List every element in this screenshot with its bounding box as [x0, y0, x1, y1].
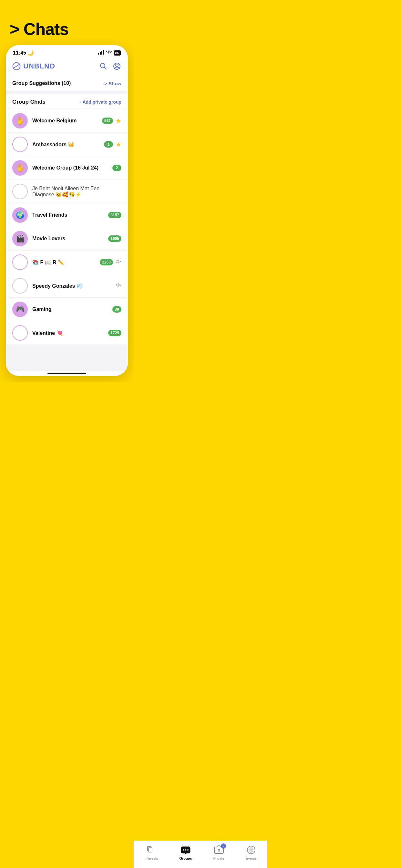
chat-right: 1729 [108, 330, 121, 336]
chat-name: Ambassadors 👑 [32, 142, 99, 148]
chat-right [116, 282, 121, 290]
chat-item[interactable]: 🎮 Gaming 39 [6, 298, 128, 321]
search-button[interactable] [99, 62, 108, 71]
unread-badge: 1729 [108, 330, 121, 336]
chat-item[interactable]: Valentine 💘 1729 [6, 321, 128, 345]
svg-rect-0 [98, 53, 99, 55]
title-prefix: > [10, 20, 24, 38]
chat-avatar: 🖐 [12, 160, 28, 176]
chat-right: 1 ★ [104, 141, 121, 148]
main-content: Group Suggestions (10) > Show Group Chat… [6, 75, 128, 371]
chat-avatar: 🎬 [12, 231, 28, 246]
chat-item[interactable]: Je Bent Nooit Alleen Met Een Diagnose 🐱🥰… [6, 180, 128, 204]
status-bar: 11:45 🌙 86 [6, 45, 128, 58]
page-title: > Chats [10, 20, 124, 39]
chat-avatar [12, 325, 28, 341]
svg-line-8 [104, 67, 106, 69]
chat-name: Je Bent Nooit Alleen Met Een Diagnose 🐱🥰… [32, 186, 121, 197]
svg-rect-3 [103, 50, 104, 55]
chat-list: 🖐 Welcome Belgium 567 ★ Ambassadors 👑 1 … [6, 109, 128, 345]
chat-avatar [12, 254, 28, 270]
chat-item[interactable]: 🌍 Travel Friends 3157 [6, 204, 128, 227]
header-actions [99, 62, 121, 71]
chat-item[interactable]: Ambassadors 👑 1 ★ [6, 133, 128, 156]
star-icon: ★ [116, 141, 121, 148]
chat-right: 3157 [108, 212, 121, 218]
group-suggestions-label: Group Suggestions (10) [12, 81, 71, 86]
unread-badge: 2263 [100, 259, 113, 266]
svg-point-4 [108, 54, 109, 55]
home-bar [48, 373, 86, 374]
chat-avatar: 🎮 [12, 302, 28, 317]
chat-name: Valentine 💘 [32, 330, 104, 336]
status-time: 11:45 🌙 [13, 50, 34, 56]
chat-right: 567 ★ [102, 117, 121, 125]
svg-line-6 [13, 64, 19, 68]
svg-rect-2 [101, 51, 102, 55]
app-logo: UNBLND [12, 62, 55, 70]
chat-right: 2263 [100, 259, 121, 266]
home-indicator [6, 371, 128, 376]
chat-name: Speedy Gonzales 💨 [32, 283, 111, 289]
chat-item[interactable]: 📚 F 📖 R ✏️ 2263 [6, 251, 128, 274]
status-icons: 86 [98, 50, 121, 56]
chat-item[interactable]: 🖐 Welcome Group (16 Jul 24) 2 [6, 156, 128, 180]
chat-avatar [12, 184, 28, 199]
svg-rect-1 [100, 52, 101, 55]
group-chats-title: Group Chats [12, 99, 45, 105]
unread-badge: 39 [112, 306, 121, 313]
chat-name: Movie Lovers [32, 236, 104, 242]
logo-icon [12, 62, 21, 70]
chat-avatar [12, 278, 28, 293]
chat-item[interactable]: 🖐 Welcome Belgium 567 ★ [6, 109, 128, 133]
chat-item[interactable]: 🎬 Movie Lovers 1695 [6, 227, 128, 251]
unread-badge: 3157 [108, 212, 121, 218]
unread-badge: 1695 [108, 236, 121, 242]
chat-name: Welcome Belgium [32, 118, 97, 124]
page-title-area: > Chats [0, 0, 134, 45]
star-icon: ★ [116, 117, 121, 125]
app-header: UNBLND [6, 58, 128, 75]
unread-badge: 1 [104, 141, 113, 148]
phone-frame: 11:45 🌙 86 UNBLND [6, 45, 128, 376]
chat-right: 39 [112, 306, 121, 313]
unread-badge: 2 [112, 165, 121, 171]
profile-button[interactable] [112, 62, 121, 71]
wifi-icon [106, 50, 112, 56]
chat-avatar: 🖐 [12, 113, 28, 128]
battery-badge: 86 [114, 51, 121, 56]
chat-name: Welcome Group (16 Jul 24) [32, 165, 108, 171]
chat-right: 1695 [108, 236, 121, 242]
chat-name: Gaming [32, 306, 108, 312]
group-suggestions: Group Suggestions (10) > Show [6, 75, 128, 92]
title-text: Chats [24, 20, 68, 38]
chat-right: 2 [112, 165, 121, 171]
show-link[interactable]: > Show [104, 81, 121, 86]
signal-icon [98, 50, 104, 56]
chat-name: Travel Friends [32, 212, 104, 218]
chat-name: 📚 F 📖 R ✏️ [32, 259, 95, 266]
chat-avatar [12, 136, 28, 152]
section-header: Group Chats + Add private group [6, 94, 128, 108]
page-wrapper: > Chats 11:45 🌙 86 [0, 0, 134, 382]
svg-point-9 [116, 64, 118, 66]
add-group-button[interactable]: + Add private group [79, 99, 121, 104]
unread-badge: 567 [102, 118, 113, 124]
logo-text: UNBLND [23, 62, 55, 70]
chat-avatar: 🌍 [12, 207, 28, 223]
chat-item[interactable]: Speedy Gonzales 💨 [6, 274, 128, 298]
mute-icon [116, 282, 121, 290]
mute-icon [116, 259, 121, 266]
